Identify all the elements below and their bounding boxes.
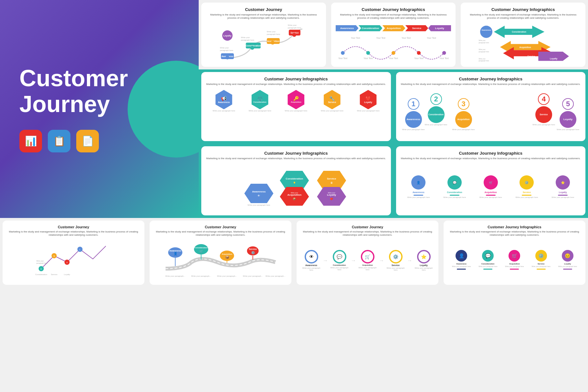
svg-text:Write your paragraph...: Write your paragraph...	[243, 275, 263, 277]
svg-text:Service: Service	[51, 273, 58, 275]
hex-row: 📢 Awareness Write your paragraph here ⚖️…	[206, 90, 386, 112]
keynote-icon[interactable]: 📋	[48, 130, 70, 152]
svg-text:Consideration: Consideration	[35, 273, 47, 275]
svg-point-11	[292, 33, 296, 37]
stage-col-consideration: 💬 Consideration Write your paragraph her…	[443, 175, 466, 198]
svg-point-25	[417, 51, 421, 55]
svg-text:C: C	[40, 268, 42, 270]
svg-text:Your Text: Your Text	[363, 57, 373, 59]
svg-marker-64	[317, 187, 346, 206]
card10-title: Customer Journey	[154, 225, 287, 229]
lower-right-grid: Customer Journey Infographics Marketing …	[199, 144, 588, 218]
write-para-1: Write your paragraph here	[213, 110, 235, 112]
svg-text:Loyalty: Loyalty	[550, 57, 558, 60]
card9-subtitle: Marketing is the study and management of…	[7, 230, 140, 237]
circular-arrows-row: 👁 Awareness Write your paragraph here → …	[301, 250, 434, 271]
svg-text:Your Text: Your Text	[414, 57, 423, 59]
svg-text:A: A	[66, 262, 68, 263]
write-para-5: Write your paragraph here	[357, 110, 380, 112]
card7-title: Customer Journey Infographics	[206, 151, 386, 156]
svg-text:Acquisition: Acquisition	[520, 46, 531, 48]
svg-text:Awareness: Awareness	[481, 29, 491, 31]
stage-service: Service	[405, 25, 428, 31]
card12-subtitle: Marketing is the study and management of…	[448, 230, 581, 237]
card10-subtitle: Marketing is the study and management of…	[154, 230, 287, 237]
card-pentagon-shapes: Customer Journey Infographics Marketing …	[201, 72, 391, 141]
svg-text:Loyalty: Loyalty	[64, 273, 70, 275]
stage-loyalty: Loyalty	[428, 25, 451, 31]
stage-acquisition: Acquisition	[382, 25, 405, 31]
svg-text:paragraph here: paragraph here	[37, 262, 47, 264]
card-winding-path: Customer Journey Marketing is the study …	[201, 3, 326, 67]
write-para-2: Write your paragraph here	[249, 110, 271, 112]
svg-text:paragraph here: paragraph here	[479, 60, 489, 62]
stage-awareness: Awareness	[336, 25, 359, 31]
card8-title: Customer Journey Infographics	[401, 151, 581, 156]
hero-title-line2: Journey	[19, 91, 128, 117]
hero-title-line1: Customer	[19, 66, 128, 91]
icon-circles-row: 👤 Awareness Write your paragraph here 💬 …	[448, 250, 581, 270]
card-icon-circles: Customer Journey Infographics Marketing …	[444, 221, 585, 285]
card7-subtitle: Marketing is the study and management of…	[206, 157, 386, 160]
svg-point-36	[480, 26, 492, 38]
svg-text:Write your: Write your	[328, 192, 335, 194]
svg-text:📦: 📦	[293, 197, 296, 201]
svg-text:Write your paragraph...: Write your paragraph...	[191, 275, 211, 277]
stage-col-awareness: 👤 Awareness Write your paragraph here	[407, 175, 430, 198]
stage-consideration: Consideration	[359, 25, 383, 31]
bottom-row: Customer Journey Marketing is the study …	[0, 218, 588, 287]
h-stages: Awareness Consideration Acquisition Serv…	[336, 25, 451, 31]
dotted-path-svg: Your Text Your Text Your Text Your Text …	[336, 34, 451, 62]
card11-subtitle: Marketing is the study and management of…	[301, 230, 434, 237]
svg-text:Service: Service	[327, 177, 336, 180]
card8-subtitle: Marketing is the study and management of…	[401, 157, 581, 160]
circles-row: 👤 Awareness Write your paragraph here 💬 …	[401, 175, 581, 198]
svg-text:Awareness: Awareness	[252, 190, 266, 193]
card5-subtitle: Marketing is the study and management of…	[206, 83, 386, 86]
svg-text:⚙️: ⚙️	[251, 251, 255, 255]
card6-title: Customer Journey Infographics	[401, 77, 581, 81]
card-bottom-1: Customer Journey Marketing is the study …	[3, 221, 144, 285]
stage-col-loyalty: ⭐ Loyalty Write your paragraph here	[551, 175, 574, 198]
svg-text:Awareness: Awareness	[169, 250, 181, 252]
svg-text:paragraph here: paragraph here	[241, 39, 255, 41]
svg-text:Consideration: Consideration	[286, 177, 303, 180]
svg-text:Acquisition: Acquisition	[222, 253, 232, 255]
svg-text:Your Text: Your Text	[338, 57, 347, 59]
card4-subtitle: Marketing is the study and management of…	[465, 13, 581, 20]
card-circles-bars: Customer Journey Infographics Marketing …	[396, 146, 586, 215]
stage-col-acquisition: 🛒 Acquisition Write your paragraph here	[479, 175, 502, 198]
card5-title: Customer Journey Infographics	[206, 77, 386, 81]
hex-awareness: 📢 Awareness	[214, 90, 234, 109]
svg-text:paragraph here: paragraph here	[479, 42, 489, 43]
card-numbered-circles: Customer Journey Infographics Marketing …	[396, 72, 586, 141]
hero-panel: Customer Journey 📊 📋 📄	[0, 0, 199, 218]
card-circular-arrows: Customer Journey Marketing is the study …	[297, 221, 438, 285]
svg-text:Loyalty: Loyalty	[327, 193, 336, 196]
svg-text:Write your paragraph...: Write your paragraph...	[165, 275, 185, 277]
svg-text:Loyalty: Loyalty	[224, 35, 232, 37]
svg-text:📦: 📦	[225, 255, 229, 259]
svg-text:Write your: Write your	[267, 31, 276, 33]
svg-text:paragraph here: paragraph here	[479, 51, 489, 53]
svg-text:👤: 👤	[173, 252, 178, 256]
card12-title: Customer Journey Infographics	[448, 225, 581, 229]
svg-text:Write your: Write your	[288, 24, 297, 26]
svg-text:Acquisition: Acquisition	[287, 193, 301, 196]
hero-title: Customer Journey	[19, 66, 128, 117]
powerpoint-icon[interactable]: 📊	[19, 130, 42, 152]
icon-col-4: ⚙️ Service Write your paragraph here	[532, 250, 551, 270]
svg-text:Write your: Write your	[37, 260, 44, 262]
winding-path-svg: Awareness Consideration Acquisition Serv…	[206, 23, 321, 65]
card-horizontal-arrows: Customer Journey Infographics Marketing …	[331, 3, 456, 67]
svg-text:Write your paragraph here: Write your paragraph here	[247, 204, 270, 206]
svg-text:Your Text: Your Text	[389, 57, 398, 59]
svg-marker-58	[280, 187, 309, 206]
icon-col-2: 💬 Consideration Write your paragraph her…	[478, 250, 497, 270]
write-para-3: Write your paragraph here	[285, 110, 307, 112]
svg-text:Write your: Write your	[479, 58, 486, 60]
icon-col-3: 🛒 Acquisition Write your paragraph here	[505, 250, 524, 270]
gslides-icon[interactable]: 📄	[76, 130, 99, 152]
card11-title: Customer Journey	[301, 225, 434, 229]
svg-text:💡: 💡	[293, 181, 296, 184]
